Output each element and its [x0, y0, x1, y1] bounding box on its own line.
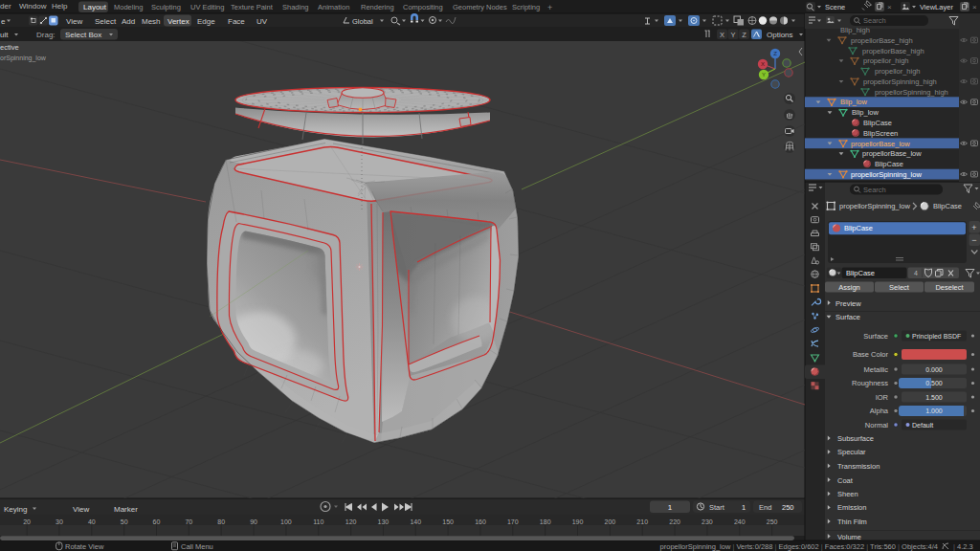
svg-text:der: der: [0, 2, 11, 11]
svg-text:Animation: Animation: [318, 3, 349, 11]
svg-text:Add: Add: [122, 17, 135, 26]
svg-text:Global: Global: [352, 17, 373, 26]
svg-text:×: ×: [887, 3, 892, 11]
svg-text:250: 250: [782, 503, 794, 512]
svg-text:160: 160: [475, 518, 486, 525]
svg-text:Base Color: Base Color: [853, 350, 889, 359]
svg-text:Coat: Coat: [837, 476, 854, 485]
svg-text:propellor_high: propellor_high: [875, 67, 921, 76]
svg-text:70: 70: [185, 518, 192, 525]
svg-text:1: 1: [742, 503, 746, 512]
svg-text:230: 230: [702, 518, 713, 525]
svg-text:1: 1: [668, 503, 673, 512]
svg-text:0.500: 0.500: [925, 380, 943, 386]
svg-text:×: ×: [972, 3, 977, 11]
svg-text:Metallic: Metallic: [864, 365, 889, 374]
svg-text:Emission: Emission: [837, 503, 866, 512]
svg-text:propellorBase_high: propellorBase_high: [851, 36, 913, 45]
svg-text:Rotate View: Rotate View: [65, 542, 104, 551]
svg-text:propellorBase_high: propellorBase_high: [862, 47, 924, 55]
svg-text:Normal: Normal: [865, 421, 889, 430]
svg-text:Deselect: Deselect: [935, 283, 964, 292]
svg-text:Modeling: Modeling: [114, 3, 143, 11]
svg-text:propellorSpinning_low: propellorSpinning_low: [851, 170, 922, 179]
svg-text:Select: Select: [889, 283, 910, 292]
svg-text:Specular: Specular: [837, 448, 866, 456]
svg-text:Window: Window: [19, 2, 47, 11]
svg-text:1.500: 1.500: [925, 394, 943, 401]
svg-text:220: 220: [669, 518, 680, 525]
svg-text:Rendering: Rendering: [361, 3, 394, 11]
svg-text:End: End: [759, 503, 771, 512]
svg-text:50: 50: [121, 518, 128, 525]
svg-text:propellorSpinning_high: propellorSpinning_high: [875, 88, 948, 97]
svg-text:0.000: 0.000: [925, 366, 943, 373]
svg-text:240: 240: [734, 518, 746, 525]
svg-text:200: 200: [605, 518, 616, 525]
svg-text:170: 170: [507, 518, 519, 525]
svg-text:Alpha: Alpha: [870, 407, 889, 415]
svg-text:Options: Options: [767, 31, 793, 39]
svg-text:| 4.2.3: | 4.2.3: [953, 542, 973, 551]
svg-text:+: +: [547, 3, 552, 12]
svg-text:Scripting: Scripting: [512, 3, 540, 11]
svg-text:30: 30: [56, 518, 63, 525]
svg-text:100: 100: [280, 518, 292, 525]
svg-text:BlipCase: BlipCase: [933, 202, 962, 210]
svg-text:Blip_low: Blip_low: [852, 108, 880, 117]
svg-text:Transmission: Transmission: [837, 462, 880, 471]
svg-text:Sheen: Sheen: [837, 490, 858, 498]
svg-text:4: 4: [914, 270, 918, 276]
svg-text:40: 40: [88, 518, 96, 525]
svg-text:20: 20: [23, 518, 31, 525]
svg-text:orSpinning_low: orSpinning_low: [0, 55, 47, 62]
svg-text:IOR: IOR: [876, 393, 889, 402]
svg-text:ective: ective: [0, 43, 19, 52]
svg-text:Surface: Surface: [835, 313, 860, 321]
svg-text:BlipCase: BlipCase: [846, 269, 875, 277]
svg-text:Start: Start: [709, 503, 725, 512]
svg-text:ult: ult: [0, 31, 9, 39]
svg-text:190: 190: [572, 518, 584, 525]
svg-text:Marker: Marker: [114, 505, 138, 514]
svg-text:Assign: Assign: [838, 283, 860, 292]
svg-text:180: 180: [540, 518, 551, 525]
svg-text:Z: Z: [742, 31, 746, 39]
svg-text:propellor_high: propellor_high: [863, 56, 909, 65]
svg-text:Thin Film: Thin Film: [837, 518, 867, 526]
svg-text:110: 110: [313, 518, 323, 525]
svg-text:Y: Y: [762, 72, 766, 77]
svg-text:Search: Search: [863, 186, 886, 194]
svg-text:Keying: Keying: [4, 505, 27, 514]
svg-text:Select Box: Select Box: [65, 31, 101, 39]
svg-text:propellorSpinning_low: propellorSpinning_low: [839, 202, 910, 210]
svg-text:150: 150: [442, 518, 454, 525]
svg-text:Z: Z: [773, 51, 777, 56]
svg-text:Surface: Surface: [863, 332, 888, 341]
svg-text:BlipCase: BlipCase: [863, 119, 892, 127]
svg-text:Texture Paint: Texture Paint: [231, 3, 274, 11]
svg-text:BlipCase: BlipCase: [875, 160, 903, 168]
svg-text:View: View: [73, 505, 89, 514]
svg-text:Geometry Nodes: Geometry Nodes: [453, 3, 507, 11]
svg-text:UV: UV: [256, 17, 268, 26]
svg-text:Face: Face: [228, 17, 245, 26]
svg-text:250: 250: [767, 518, 778, 525]
svg-text:Roughness: Roughness: [852, 379, 888, 387]
svg-text:120: 120: [345, 518, 357, 525]
svg-text:Default: Default: [912, 422, 933, 429]
svg-text:propellorSpinning_low | Verts:: propellorSpinning_low | Verts:0/288 | Ed…: [660, 542, 938, 551]
svg-text:View: View: [66, 17, 82, 26]
svg-text:130: 130: [378, 518, 390, 525]
svg-text:140: 140: [410, 518, 421, 525]
svg-text:Preview: Preview: [835, 299, 861, 308]
svg-text:Sculpting: Sculpting: [151, 3, 181, 11]
svg-text:+: +: [971, 223, 976, 232]
svg-text:Scene: Scene: [825, 3, 845, 11]
svg-text:Help: Help: [52, 2, 68, 11]
svg-text:Mesh: Mesh: [142, 17, 161, 26]
svg-text:UV Editing: UV Editing: [190, 3, 224, 11]
svg-text:Drag:: Drag:: [36, 31, 56, 39]
svg-text:BlipScreen: BlipScreen: [863, 129, 898, 138]
svg-text:propellorSpinning_high: propellorSpinning_high: [863, 77, 937, 86]
